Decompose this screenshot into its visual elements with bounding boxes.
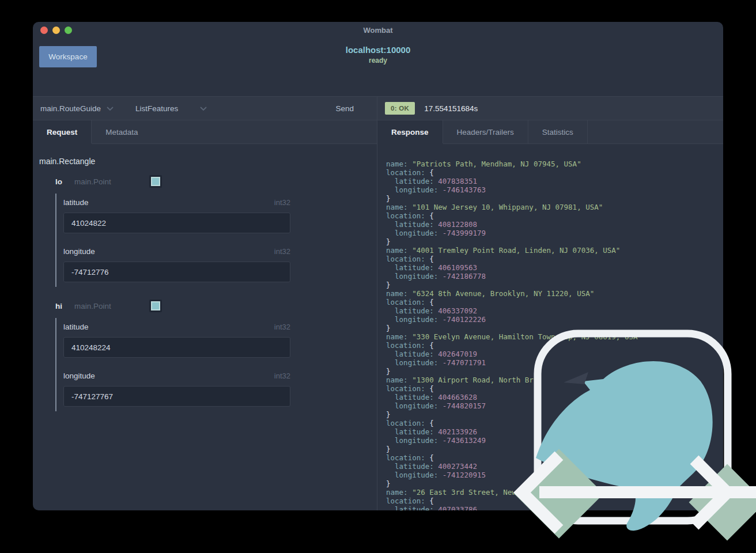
field-label: longitude	[63, 372, 95, 380]
zoom-button[interactable]	[65, 26, 72, 34]
field-type: int32	[274, 247, 290, 256]
field-hi-latitude: latitude int32	[63, 323, 371, 358]
close-button[interactable]	[40, 26, 48, 34]
chevron-down-icon	[200, 107, 207, 111]
field-lo-longitude: longitude int32	[63, 247, 371, 282]
group-field-type: main.Point	[74, 177, 111, 186]
server-status: ready	[33, 56, 723, 65]
tab-statistics[interactable]: Statistics	[528, 120, 588, 143]
response-duration: 17.554151684s	[424, 104, 478, 113]
service-select[interactable]: main.RouteGuide	[40, 104, 114, 113]
tab-request[interactable]: Request	[33, 120, 92, 143]
request-tabs: Request Metadata	[33, 120, 377, 144]
method-select-label: ListFeatures	[135, 104, 178, 113]
checkbox-check	[151, 177, 160, 186]
field-type: int32	[274, 198, 290, 207]
tab-metadata[interactable]: Metadata	[92, 120, 152, 143]
traffic-lights	[40, 26, 72, 34]
field-type: int32	[274, 372, 290, 380]
group-field-name: hi	[55, 302, 62, 310]
response-toolbar: 0: OK 17.554151684s	[377, 97, 723, 120]
request-toolbar: main.RouteGuide ListFeatures Send	[33, 97, 377, 120]
request-pane: Request Metadata main.Rectangle lo main.…	[33, 120, 377, 510]
group-hi-fields: latitude int32 longitude int32	[55, 318, 371, 411]
group-hi-header: hi main.Point	[55, 300, 371, 312]
service-select-label: main.RouteGuide	[40, 104, 101, 113]
header: Workspace localhost:10000 ready	[33, 38, 723, 97]
minimize-button[interactable]	[52, 26, 60, 34]
tab-response[interactable]: Response	[377, 120, 443, 143]
field-label: latitude	[63, 323, 89, 331]
field-lo-latitude: latitude int32	[63, 198, 371, 233]
tab-headers-trailers[interactable]: Headers/Trailers	[443, 120, 528, 143]
field-hi-longitude: longitude int32	[63, 372, 371, 407]
group-field-name: lo	[55, 177, 62, 186]
field-type: int32	[274, 323, 290, 331]
group-lo-fields: latitude int32 longitude int32	[55, 194, 371, 287]
response-tabs: Response Headers/Trailers Statistics	[377, 120, 723, 144]
hi-latitude-input[interactable]	[63, 337, 290, 358]
hi-longitude-input[interactable]	[63, 386, 290, 407]
status-badge: 0: OK	[385, 102, 415, 115]
lo-latitude-input[interactable]	[63, 213, 290, 233]
group-field-type: main.Point	[74, 302, 111, 310]
window-title: Wombat	[363, 26, 392, 35]
chevron-down-icon	[107, 107, 114, 111]
group-lo-header: lo main.Point	[55, 175, 371, 188]
workspace-button[interactable]: Workspace	[39, 46, 97, 67]
server-info: localhost:10000 ready	[33, 45, 723, 65]
server-address: localhost:10000	[33, 45, 723, 55]
field-label: latitude	[63, 198, 89, 207]
titlebar: Wombat	[33, 22, 723, 38]
response-scroll-area[interactable]: name: "Patriots Path, Mendham, NJ 07945,…	[377, 144, 723, 510]
app-window: Wombat Workspace localhost:10000 ready m…	[33, 22, 723, 510]
lo-enabled-checkbox[interactable]	[149, 175, 162, 188]
field-label: longitude	[63, 247, 95, 256]
lo-longitude-input[interactable]	[63, 262, 290, 282]
message-type-label: main.Rectangle	[39, 157, 371, 166]
method-select[interactable]: ListFeatures	[135, 104, 207, 113]
response-pane: Response Headers/Trailers Statistics nam…	[377, 120, 723, 510]
hi-enabled-checkbox[interactable]	[149, 300, 162, 312]
send-button[interactable]: Send	[332, 104, 357, 113]
request-form: main.Rectangle lo main.Point latitude in…	[33, 144, 377, 510]
response-output: name: "Patriots Path, Mendham, NJ 07945,…	[386, 160, 723, 510]
checkbox-check	[151, 301, 160, 310]
